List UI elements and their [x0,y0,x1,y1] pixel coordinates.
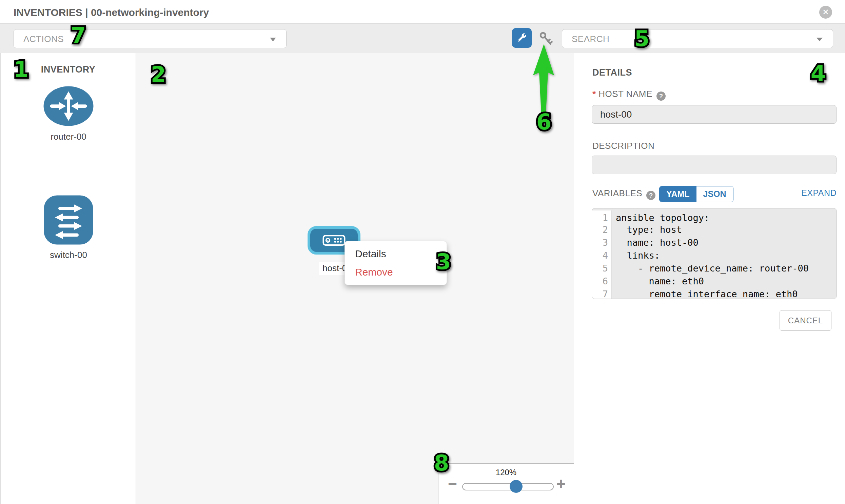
inventory-heading: INVENTORY [1,65,136,75]
line-number: 3 [592,236,612,249]
required-asterisk: * [592,89,596,99]
search-dropdown-label: SEARCH [572,30,609,48]
line-text: type: host [612,223,837,236]
help-icon[interactable]: ? [656,91,666,101]
switch-icon [43,195,93,245]
line-text: remote_interface_name: eth0 [612,288,837,299]
toolbar: ACTIONS [0,24,845,53]
line-number: 6 [592,275,612,288]
editor-line: 2 type: host [592,223,837,236]
palette-item-router[interactable]: router-00 [43,85,94,142]
line-number: 5 [592,262,612,275]
variables-label: VARIABLES [592,188,642,198]
editor-line: 1ansible_topology: [592,209,837,223]
page-title: INVENTORIES | 00-networking-inventory [14,0,209,24]
editor-line: 3 name: host-00 [592,236,837,249]
editor-line: 5 - remote_device_name: router-00 [592,262,837,275]
content-area: INVENTORY [0,53,845,504]
json-toggle-button[interactable]: JSON [697,186,733,202]
inventory-topology-window: INVENTORIES | 00-networking-inventory ✕ … [0,0,845,504]
key-credentials-button[interactable] [538,31,554,47]
line-text: - remote_device_name: router-00 [612,262,837,275]
context-menu: Details Remove [345,241,447,285]
help-glyph: ? [649,192,653,199]
line-text: links: [612,249,837,262]
description-label: DESCRIPTION [592,141,654,151]
help-icon[interactable]: ? [646,191,655,200]
router-icon [43,85,94,127]
expand-link[interactable]: EXPAND [801,188,837,198]
header: INVENTORIES | 00-networking-inventory ✕ [0,0,845,24]
line-text: name: host-00 [612,236,837,249]
zoom-slider-thumb[interactable] [510,480,523,493]
router-label: router-00 [43,131,94,142]
line-number: 7 [592,288,612,299]
zoom-slider-track[interactable] [462,483,554,490]
actions-dropdown-label: ACTIONS [23,30,64,48]
editor-line: 4 links: [592,249,837,262]
line-number: 2 [592,223,612,236]
host-name-field[interactable]: host-00 [592,105,837,124]
yaml-toggle-button[interactable]: YAML [659,186,697,202]
topology-canvas[interactable]: host-00 Details Remove 120% − + [136,53,574,504]
variables-format-toggle: YAML JSON [659,186,734,202]
line-number: 4 [592,249,612,262]
host-name-label-row: *HOST NAME? [592,89,666,101]
description-field[interactable] [592,156,837,174]
line-text: ansible_topology: [612,211,837,223]
zoom-out-button[interactable]: − [448,476,457,491]
variables-row: VARIABLES? YAML JSON EXPAND [592,188,837,204]
help-glyph: ? [659,92,663,100]
chevron-down-icon [816,38,823,41]
zoom-in-button[interactable]: + [557,476,566,491]
context-menu-details[interactable]: Details [355,248,386,259]
details-heading: DETAILS [592,68,632,78]
actions-dropdown[interactable]: ACTIONS [14,29,286,48]
server-icon [322,234,346,247]
editor-line: 7 remote_interface_name: eth0 [592,288,837,299]
inventory-palette: INVENTORY [0,53,136,504]
close-glyph: ✕ [822,7,829,17]
zoom-percent: 120% [438,468,574,477]
line-number: 1 [592,211,612,223]
chevron-down-icon [270,38,276,41]
key-icon [538,31,554,47]
details-panel: DETAILS *HOST NAME? host-00 DESCRIPTION … [575,53,845,504]
palette-item-switch[interactable]: switch-00 [43,195,93,260]
search-dropdown[interactable]: SEARCH [562,29,833,48]
host-name-label: HOST NAME [598,89,652,99]
cancel-button[interactable]: CANCEL [779,310,831,331]
close-icon[interactable]: ✕ [819,6,832,19]
switch-label: switch-00 [43,250,93,260]
tools-button[interactable] [512,28,532,48]
line-text: name: eth0 [612,275,837,288]
variables-editor[interactable]: 1ansible_topology: 2 type: host 3 name: … [592,208,837,299]
zoom-control: 120% − + [438,463,574,504]
editor-line: 6 name: eth0 [592,275,837,288]
wrench-icon [516,32,528,44]
context-menu-remove[interactable]: Remove [355,266,393,278]
